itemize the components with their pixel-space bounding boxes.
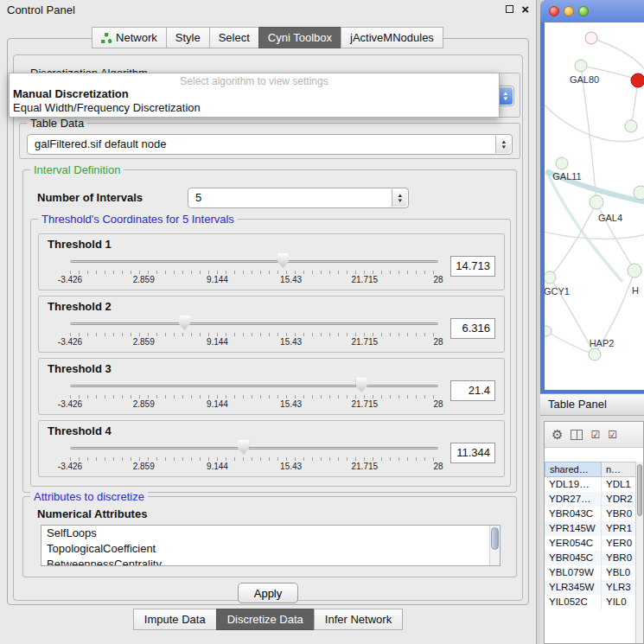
node-label: HAP2: [590, 338, 615, 348]
numerical-attributes-list: SelfLoopsTopologicalCoefficientBetweenne…: [41, 525, 501, 566]
gear-icon[interactable]: ⚙: [552, 428, 563, 441]
tick-label: 2.859: [133, 462, 155, 471]
cell-shared-name: YDL19…: [545, 477, 602, 492]
tick-label: 21.715: [352, 337, 379, 347]
tab-network[interactable]: Network: [92, 27, 167, 48]
table-scrollbar[interactable]: [635, 462, 643, 643]
attr-items: SelfLoopsTopologicalCoefficientBetweenne…: [41, 526, 500, 566]
columns-icon[interactable]: [571, 430, 583, 440]
minimize-traffic-light-icon[interactable]: [564, 6, 574, 16]
table-row[interactable]: YER054CYER0: [545, 536, 643, 551]
list-item[interactable]: SelfLoops: [41, 526, 500, 541]
slider-thumb[interactable]: [238, 440, 249, 455]
selection-mode-checkbox-icon[interactable]: ☑: [608, 430, 617, 440]
thresholds-group: Threshold's Coordinates for 5 Intervals …: [30, 219, 511, 487]
down-arrow-icon: ▼: [502, 96, 509, 101]
tick-label: 28: [433, 462, 443, 471]
algorithm-dropdown-list: Select algorithm to view settings Manual…: [9, 73, 500, 118]
tab-jactivemnodules[interactable]: jActiveMNodules: [341, 27, 443, 48]
network-node[interactable]: [628, 264, 641, 277]
threshold-slider[interactable]: -3.4262.8599.14415.4321.71528: [70, 439, 438, 474]
tick-label: 9.144: [207, 275, 228, 284]
list-item[interactable]: BetweennessCentrality: [41, 557, 500, 566]
network-window-titlebar[interactable]: [540, 0, 644, 22]
tab-cyni-toolbox[interactable]: Cyni Toolbox: [258, 27, 341, 48]
tab-select[interactable]: Select: [209, 27, 259, 48]
table-row[interactable]: YBL079WYBL0: [545, 565, 643, 580]
column-header-shared-name[interactable]: shared…: [545, 462, 602, 477]
threshold-1-block: Threshold 1 -3.4262.8599.14415.4321.7152…: [38, 233, 505, 290]
group-title: Threshold's Coordinates for 5 Intervals: [38, 213, 238, 226]
threshold-slider[interactable]: -3.4262.8599.14415.4321.71528: [70, 252, 438, 287]
down-arrow-icon: ▼: [501, 144, 507, 150]
table-row[interactable]: YLR345WYLR3: [545, 580, 643, 595]
network-node[interactable]: [545, 326, 552, 336]
float-icon[interactable]: [506, 5, 513, 13]
table-panel-title: Table Panel: [548, 398, 607, 411]
slider-thumb[interactable]: [277, 253, 289, 268]
list-item[interactable]: TopologicalCoefficient: [41, 541, 500, 557]
slider-tick-labels: -3.4262.8599.14415.4321.71528: [70, 275, 438, 285]
table-row[interactable]: YDL19…YDL1: [545, 477, 643, 492]
discretize-settings-panel: Discretization Algorithm ▲ ▼ Table Data …: [13, 54, 523, 601]
number-of-intervals-label: Number of Intervals: [37, 191, 143, 204]
dropdown-option[interactable]: Manual Discretization: [10, 87, 499, 101]
threshold-2-block: Threshold 2 -3.4262.8599.14415.4321.7152…: [38, 296, 505, 353]
tick-label: 2.859: [133, 399, 155, 409]
tick-label: 9.144: [207, 399, 228, 409]
cell-shared-name: YLR345W: [545, 580, 602, 595]
dropdown-options: Manual DiscretizationEqual Width/Frequen…: [10, 87, 499, 115]
scrollbar-thumb[interactable]: [637, 464, 642, 516]
tab-impute-data[interactable]: Impute Data: [133, 609, 217, 630]
slider-thumb[interactable]: [356, 378, 367, 392]
threshold-value-field[interactable]: 14.713: [450, 256, 495, 277]
network-node[interactable]: [634, 186, 644, 200]
threshold-value-field[interactable]: 11.344: [450, 443, 495, 463]
tab-style[interactable]: Style: [166, 27, 210, 48]
list-scrollbar[interactable]: [489, 526, 500, 565]
network-node[interactable]: [625, 120, 637, 132]
threshold-title: Threshold 2: [48, 300, 495, 315]
table-row[interactable]: YPR145WYPR1: [545, 521, 643, 536]
select-all-checkbox-icon[interactable]: ☑: [590, 430, 600, 440]
close-traffic-light-icon[interactable]: [549, 6, 559, 16]
combobox-value: 5: [195, 191, 201, 204]
threshold-slider[interactable]: -3.4262.8599.14415.4321.71528: [70, 377, 438, 411]
down-arrow-icon: ▼: [397, 198, 404, 203]
table-row[interactable]: YBR045CYBR0: [545, 551, 643, 565]
scrollbar-thumb[interactable]: [491, 527, 499, 550]
tab-discretize-data[interactable]: Discretize Data: [216, 609, 315, 630]
tick-label: -3.426: [58, 275, 82, 284]
network-node[interactable]: [575, 60, 587, 72]
network-node[interactable]: [585, 32, 597, 44]
table-data-combobox[interactable]: galFiltered.sif default node ▲ ▼: [27, 134, 513, 155]
number-of-intervals-combobox[interactable]: 5 ▲ ▼: [188, 188, 409, 208]
table-toolbar: ⚙ ☑ ☑: [545, 422, 643, 448]
network-node[interactable]: [590, 195, 603, 209]
network-node[interactable]: [545, 271, 556, 284]
tick-label: -3.426: [58, 462, 82, 471]
tick-label: 15.43: [280, 462, 302, 471]
network-canvas[interactable]: GAL80GAL11GAL4GCY1HHAP2: [545, 22, 644, 390]
cyni-toolbox-panel: Discretization Algorithm ▲ ▼ Table Data …: [7, 38, 529, 605]
table-row[interactable]: YIL052CYIL0: [545, 595, 643, 609]
table-row[interactable]: YBR043CYBR0: [545, 507, 643, 521]
threshold-value-field[interactable]: 21.4: [450, 380, 495, 401]
apply-button[interactable]: Apply: [238, 583, 298, 603]
node-table: ⚙ ☑ ☑ shared… n… YDL19…YDL1YDR27…YDR2YBR…: [544, 421, 644, 644]
close-icon[interactable]: ×: [521, 4, 529, 14]
table-row[interactable]: YDR27…YDR2: [545, 492, 643, 507]
slider-thumb[interactable]: [179, 316, 190, 330]
zoom-traffic-light-icon[interactable]: [578, 6, 589, 16]
tick-label: 28: [433, 399, 443, 409]
cell-shared-name: YIL052C: [545, 595, 602, 609]
network-node[interactable]: [556, 157, 568, 169]
threshold-value-field[interactable]: 6.316: [450, 318, 495, 339]
network-node[interactable]: [589, 348, 601, 360]
tab-infer-network[interactable]: Infer Network: [314, 609, 403, 630]
threshold-slider[interactable]: -3.4262.8599.14415.4321.71528: [70, 315, 438, 349]
network-node[interactable]: [631, 73, 644, 87]
dropdown-option[interactable]: Equal Width/Frequency Discretization: [10, 101, 499, 115]
table-panel-header[interactable]: Table Panel: [540, 393, 644, 416]
node-label: GAL4: [598, 213, 622, 223]
